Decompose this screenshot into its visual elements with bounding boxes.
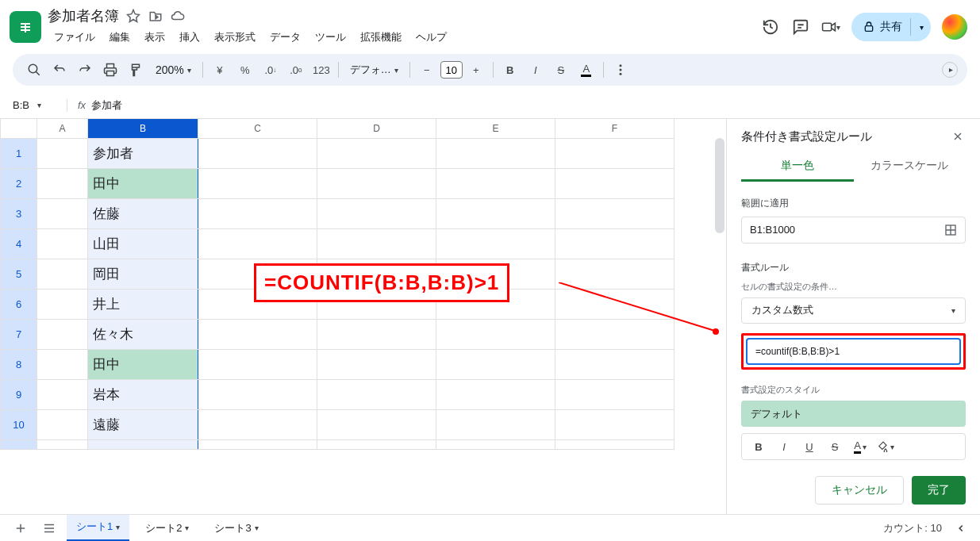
cell-C7[interactable] [198,319,317,349]
menu-format[interactable]: 表示形式 [208,27,262,48]
cell-B10[interactable]: 遠藤 [88,409,198,439]
search-icon[interactable] [22,58,46,82]
menu-extensions[interactable]: 拡張機能 [354,27,408,48]
row-header[interactable]: 1 [1,138,37,168]
menu-tools[interactable]: ツール [309,27,352,48]
text-color-icon[interactable]: A [575,58,598,82]
cell-C4[interactable] [198,228,317,259]
cell-E2[interactable] [436,168,555,198]
cell-D3[interactable] [317,198,436,228]
share-dropdown-icon[interactable]: ▾ [910,18,928,36]
cloud-icon[interactable] [170,8,186,24]
decrease-decimal-icon[interactable]: .0↓ [259,58,282,82]
cell-A7[interactable] [37,319,88,349]
cell-E9[interactable] [436,379,555,409]
cell-C1[interactable] [198,138,317,168]
cell-A5[interactable] [37,259,88,289]
increase-decimal-icon[interactable]: .00 [284,58,308,82]
cell-B5[interactable]: 岡田 [88,259,198,289]
cell-A4[interactable] [37,228,88,259]
currency-icon[interactable]: ¥ [208,58,232,82]
comment-icon[interactable] [791,17,810,36]
cell-F7[interactable] [555,319,674,349]
cell-C9[interactable] [198,379,317,409]
select-all-corner[interactable] [1,119,37,138]
move-icon[interactable] [148,8,163,24]
cell-B9[interactable]: 岩本 [88,379,198,409]
strike-icon[interactable]: S [549,58,573,82]
style-bold[interactable]: B [748,436,769,457]
history-icon[interactable] [761,17,780,36]
cell-F4[interactable] [555,228,674,259]
cell-D9[interactable] [317,379,436,409]
bold-icon[interactable]: B [498,58,522,82]
column-header-C[interactable]: C [198,119,317,138]
cell-B4[interactable]: 山田 [88,228,198,259]
style-preview[interactable]: デフォルト [741,401,966,427]
cell-D8[interactable] [317,349,436,379]
cell[interactable] [555,439,674,449]
close-icon[interactable] [950,129,966,144]
cell-E3[interactable] [436,198,555,228]
cell-E8[interactable] [436,349,555,379]
menu-help[interactable]: ヘルプ [409,27,453,48]
cell-F5[interactable] [555,259,674,289]
add-sheet-icon[interactable] [10,517,32,539]
menu-insert[interactable]: 挿入 [173,27,206,48]
style-underline[interactable]: U [799,436,820,457]
avatar[interactable] [942,14,967,40]
all-sheets-icon[interactable] [38,517,60,539]
cell-B7[interactable]: 佐々木 [88,319,198,349]
more-icon[interactable] [609,58,632,82]
cell-A2[interactable] [37,168,88,198]
formula-bar[interactable]: 参加者 [91,98,974,113]
row-header[interactable]: 8 [1,349,37,379]
style-strike[interactable]: S [824,436,845,457]
more-formats-icon[interactable]: 123 [309,58,333,82]
row-header[interactable]: 10 [1,409,37,439]
column-header-F[interactable]: F [555,119,674,138]
cell[interactable] [198,439,317,449]
cell-F10[interactable] [555,409,674,439]
share-button[interactable]: 共有 ▾ [851,13,931,41]
tab-single-color[interactable]: 単一色 [741,152,854,182]
name-box[interactable]: B:B▾ [13,99,62,111]
cell-B8[interactable]: 田中 [88,349,198,379]
star-icon[interactable] [125,8,141,24]
cell-A1[interactable] [37,138,88,168]
sheet-tab-3[interactable]: シート3▾ [205,515,267,542]
redo-icon[interactable] [73,58,97,82]
collapse-panel-icon[interactable] [951,519,970,538]
column-header-E[interactable]: E [436,119,555,138]
row-header[interactable]: 9 [1,379,37,409]
cell-A3[interactable] [37,198,88,228]
row-header[interactable]: 4 [1,228,37,259]
tab-color-scale[interactable]: カラースケール [854,152,967,182]
row-header[interactable]: 6 [1,289,37,319]
zoom-select[interactable]: 200%▾ [149,63,198,76]
column-header-D[interactable]: D [317,119,436,138]
style-fill-color[interactable]: ▾ [875,436,896,457]
cancel-button[interactable]: キャンセル [815,476,904,505]
cell[interactable] [37,439,88,449]
document-title[interactable]: 参加者名簿 [48,6,119,25]
column-header-A[interactable]: A [37,119,88,138]
status-count[interactable]: カウント: 10 [883,521,942,535]
style-text-color[interactable]: A▾ [850,436,870,457]
style-italic[interactable]: I [774,436,794,457]
cell-E10[interactable] [436,409,555,439]
cell-F2[interactable] [555,168,674,198]
cell-A8[interactable] [37,349,88,379]
menu-view[interactable]: 表示 [138,27,171,48]
undo-icon[interactable] [48,58,71,82]
cell-C3[interactable] [198,198,317,228]
cell-E7[interactable] [436,319,555,349]
cell-A9[interactable] [37,379,88,409]
vertical-scrollbar[interactable] [715,138,724,233]
sheets-logo[interactable] [10,11,41,43]
cell-F6[interactable] [555,289,674,319]
column-header-B[interactable]: B [88,119,198,138]
cell-D4[interactable] [317,228,436,259]
cell-C8[interactable] [198,349,317,379]
cell-C2[interactable] [198,168,317,198]
